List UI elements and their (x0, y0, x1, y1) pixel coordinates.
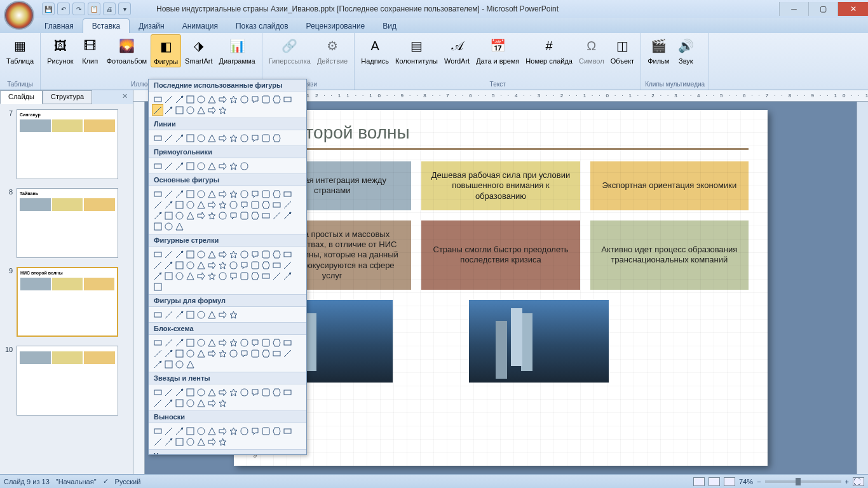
shape-item[interactable] (217, 249, 227, 259)
shape-item[interactable] (163, 133, 173, 143)
qat-redo[interactable]: ↷ (72, 3, 85, 15)
shape-item[interactable] (250, 271, 260, 281)
status-language[interactable]: Русский (115, 478, 141, 485)
zoom-percent[interactable]: 74% (739, 478, 753, 485)
shape-item[interactable] (163, 161, 173, 171)
shape-item[interactable] (163, 189, 173, 199)
shape-item[interactable] (185, 398, 195, 408)
shape-item[interactable] (153, 387, 163, 397)
view-normal[interactable] (693, 477, 705, 486)
shape-item[interactable] (185, 260, 195, 270)
shape-item[interactable] (239, 210, 249, 220)
shape-item[interactable] (196, 348, 206, 358)
shape-item[interactable] (153, 105, 163, 115)
shape-item[interactable] (217, 105, 227, 115)
shape-item[interactable] (163, 359, 173, 369)
shape-item[interactable] (217, 133, 227, 143)
shape-item[interactable] (261, 337, 271, 348)
view-slideshow[interactable] (724, 477, 735, 486)
shape-item[interactable] (153, 337, 163, 348)
shape-item[interactable] (163, 200, 173, 210)
shape-item[interactable] (282, 337, 292, 348)
shape-item[interactable] (282, 189, 292, 199)
shape-item[interactable] (217, 437, 227, 447)
shape-item[interactable] (185, 200, 195, 210)
shape-item[interactable] (228, 309, 238, 320)
card-3[interactable]: Экспортная ориентация экономики (590, 161, 749, 210)
shape-item[interactable] (196, 271, 206, 281)
card-2[interactable]: Дешевая рабочая сила при условии повышен… (421, 161, 580, 210)
qat-more[interactable]: ▾ (118, 3, 131, 15)
shape-item[interactable] (261, 200, 271, 210)
shape-item[interactable] (217, 426, 227, 436)
shape-item[interactable] (282, 348, 292, 358)
zoom-in[interactable]: + (845, 478, 849, 485)
ribbon-button-надпись[interactable]: AНадпись (358, 34, 391, 66)
shape-item[interactable] (185, 348, 195, 358)
shape-item[interactable] (261, 426, 271, 436)
shape-item[interactable] (207, 133, 217, 143)
shape-item[interactable] (185, 337, 195, 348)
slide-thumbnail[interactable] (17, 346, 118, 416)
ribbon-button-фотоальбом[interactable]: 🌄Фотоальбом (104, 34, 150, 66)
shape-item[interactable] (174, 200, 184, 210)
slide-canvas[interactable]: НИС второй волны Активная интеграция меж… (234, 110, 768, 466)
shape-item[interactable] (163, 426, 173, 436)
shape-item[interactable] (174, 161, 184, 171)
shape-item[interactable] (250, 387, 260, 397)
shape-item[interactable] (282, 200, 292, 210)
shape-item[interactable] (163, 348, 173, 358)
shape-item[interactable] (239, 161, 249, 171)
shape-item[interactable] (228, 337, 238, 348)
shape-item[interactable] (185, 426, 195, 436)
view-sorter[interactable] (709, 477, 720, 486)
shape-item[interactable] (217, 387, 227, 397)
shape-item[interactable] (217, 200, 227, 210)
shape-item[interactable] (217, 189, 227, 199)
shape-item[interactable] (250, 210, 260, 220)
spellcheck-icon[interactable]: ✓ (103, 477, 109, 485)
shape-item[interactable] (153, 161, 163, 171)
shape-item[interactable] (250, 260, 260, 270)
shape-item[interactable] (250, 133, 260, 143)
ribbon-button-действие[interactable]: ⚙Действие (315, 34, 350, 66)
ribbon-button-фильм[interactable]: 🎬Фильм (645, 34, 672, 66)
shape-item[interactable] (228, 426, 238, 436)
shape-item[interactable] (217, 94, 227, 104)
shape-item[interactable] (261, 210, 271, 220)
ribbon-button-символ[interactable]: ΩСимвол (576, 34, 607, 66)
shape-item[interactable] (196, 94, 206, 104)
shape-item[interactable] (239, 200, 249, 210)
shape-item[interactable] (271, 94, 281, 104)
shape-item[interactable] (228, 94, 238, 104)
shape-item[interactable] (207, 387, 217, 397)
shape-item[interactable] (153, 189, 163, 199)
shape-item[interactable] (282, 249, 292, 259)
shape-item[interactable] (163, 337, 173, 348)
shape-item[interactable] (163, 249, 173, 259)
shape-item[interactable] (185, 105, 195, 115)
shape-item[interactable] (174, 189, 184, 199)
slide-image-2[interactable] (469, 300, 609, 383)
shape-item[interactable] (239, 189, 249, 199)
shape-item[interactable] (271, 387, 281, 397)
shape-item[interactable] (196, 437, 206, 447)
shape-item[interactable] (207, 210, 217, 220)
tab-animation[interactable]: Анимация (173, 19, 227, 33)
shape-item[interactable] (153, 348, 163, 358)
shape-item[interactable] (282, 387, 292, 397)
shape-item[interactable] (207, 437, 217, 447)
shape-item[interactable] (207, 249, 217, 259)
shape-item[interactable] (228, 271, 238, 281)
fit-window[interactable]: ⛶ (853, 477, 864, 486)
shape-item[interactable] (239, 348, 249, 358)
shape-item[interactable] (261, 94, 271, 104)
shape-item[interactable] (153, 398, 163, 408)
shape-item[interactable] (196, 260, 206, 270)
shape-item[interactable] (217, 337, 227, 348)
shape-item[interactable] (185, 359, 195, 369)
shape-item[interactable] (217, 260, 227, 270)
qat-copy[interactable]: 📋 (88, 3, 100, 15)
tab-home[interactable]: Главная (36, 19, 83, 33)
shape-item[interactable] (196, 398, 206, 408)
